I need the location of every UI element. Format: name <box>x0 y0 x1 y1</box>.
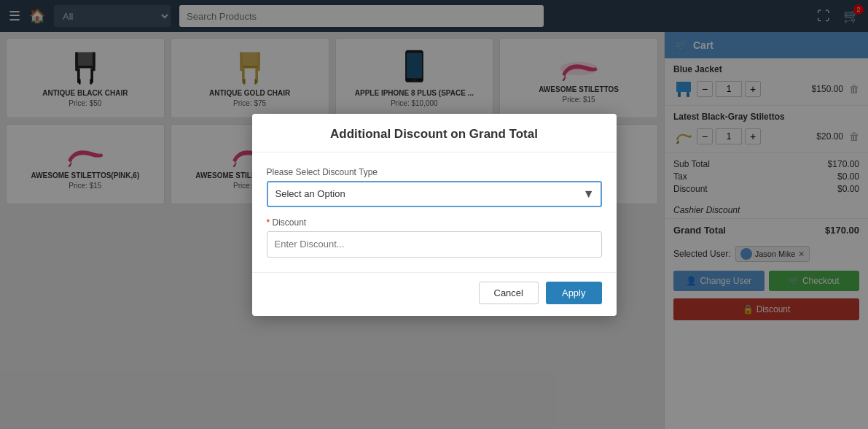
discount-type-select[interactable]: Select an Option <box>267 181 602 207</box>
discount-input-label: * Discount <box>267 217 602 228</box>
cancel-button[interactable]: Cancel <box>479 282 539 304</box>
modal-title: Additional Discount on Grand Total <box>267 127 602 142</box>
modal-footer: Cancel Apply <box>252 272 617 316</box>
modal-overlay: Additional Discount on Grand Total Pleas… <box>0 0 868 429</box>
required-indicator: * <box>267 217 270 228</box>
modal-body: Please Select Discount Type Select an Op… <box>252 152 617 272</box>
select-discount-label: Please Select Discount Type <box>267 167 602 177</box>
modal-header: Additional Discount on Grand Total <box>252 114 617 152</box>
apply-button[interactable]: Apply <box>546 282 602 304</box>
discount-modal: Additional Discount on Grand Total Pleas… <box>252 114 617 316</box>
discount-input[interactable] <box>267 231 602 258</box>
select-wrapper: Select an Option ▼ <box>267 181 602 207</box>
